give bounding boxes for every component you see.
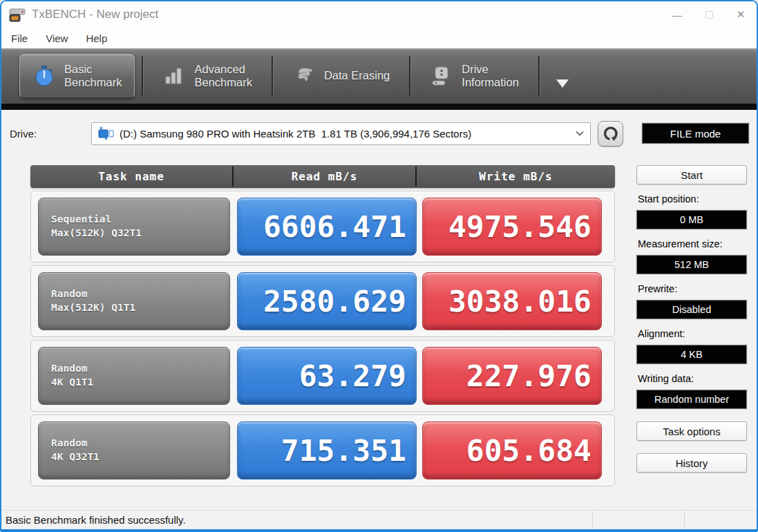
tab-data-erasing[interactable]: Data Erasing — [280, 54, 402, 98]
main-area: Task name Read mB/s Write mB/s Sequentia… — [1, 165, 757, 510]
alignment-label: Alignment: — [638, 328, 747, 339]
task-options-button[interactable]: Task options — [636, 421, 747, 441]
read-value: 63.279 — [237, 347, 417, 405]
maximize-icon — [705, 11, 713, 19]
maximize-button[interactable] — [693, 1, 725, 28]
more-tabs-icon[interactable] — [556, 79, 569, 88]
tab-separator — [538, 56, 540, 96]
header-read: Read mB/s — [234, 165, 415, 188]
task-button-random-4k-q32t1[interactable]: Random4K Q32T1 — [38, 421, 230, 479]
drive-label: Drive: — [10, 128, 91, 140]
tab-underline-strip — [1, 104, 757, 110]
tab-separator — [409, 56, 410, 96]
status-divider — [592, 513, 593, 527]
drive-select[interactable]: (D:) Samsung 980 PRO with Heatsink 2TB 1… — [91, 122, 591, 145]
status-divider — [684, 513, 685, 527]
menu-file[interactable]: File — [11, 32, 28, 44]
start-position-value: 0 MB — [636, 210, 747, 229]
tab-basic-benchmark-label: BasicBenchmark — [64, 63, 122, 90]
task-button-random-4k-q1t1[interactable]: Random4K Q1T1 — [38, 347, 230, 405]
file-mode-button[interactable]: FILE mode — [642, 123, 749, 144]
minimize-button[interactable]: — — [661, 1, 693, 28]
measurement-size-value: 512 MB — [636, 255, 747, 274]
prewrite-label: Prewrite: — [638, 283, 747, 294]
tab-drive-information-label: DriveInformation — [462, 63, 519, 90]
tab-advanced-benchmark-label: AdvancedBenchmark — [194, 63, 252, 90]
history-button[interactable]: History — [636, 453, 747, 473]
table-row: Random4K Q32T1 715.351 605.684 — [30, 415, 615, 486]
writing-data-label: Writing data: — [638, 373, 747, 384]
close-button[interactable]: ✕ — [725, 1, 757, 28]
stopwatch-icon — [32, 64, 56, 88]
header-write: Write mB/s — [417, 165, 615, 188]
app-disk-icon — [8, 6, 26, 23]
write-value: 4975.546 — [422, 198, 602, 256]
header-task-name: Task name — [30, 165, 232, 188]
tab-data-erasing-label: Data Erasing — [324, 69, 390, 82]
start-position-label: Start position: — [638, 193, 747, 205]
tab-bar: BasicBenchmark AdvancedBenchmark — [1, 48, 757, 104]
tab-separator — [272, 56, 273, 96]
tab-drive-information[interactable]: DriveInformation — [417, 54, 531, 98]
table-row: Random4K Q1T1 63.279 227.976 — [30, 340, 615, 412]
writing-data-value: Random number — [636, 390, 747, 409]
status-bar: Basic Benchmark finished successfully. — [1, 510, 757, 529]
drive-selected-text: (D:) Samsung 980 PRO with Heatsink 2TB 1… — [120, 128, 571, 140]
write-value: 605.684 — [422, 421, 602, 479]
menu-help[interactable]: Help — [86, 32, 107, 44]
write-value: 3038.016 — [422, 272, 602, 330]
settings-sidebar: Start Start position: 0 MB Measurement s… — [636, 165, 747, 510]
read-value: 715.351 — [237, 421, 417, 479]
measurement-size-label: Measurement size: — [638, 238, 747, 249]
app-window: TxBENCH - New project — ✕ File View Help… — [0, 0, 758, 532]
alignment-value: 4 KB — [636, 345, 747, 364]
start-button[interactable]: Start — [636, 165, 747, 184]
read-value: 6606.471 — [237, 198, 417, 256]
tab-basic-benchmark[interactable]: BasicBenchmark — [19, 54, 135, 98]
bar-chart-icon — [162, 64, 186, 88]
chevron-down-icon — [575, 130, 585, 137]
table-row: RandomMax(512K) Q1T1 2580.629 3038.016 — [30, 265, 615, 337]
task-button-random-q1t1[interactable]: RandomMax(512K) Q1T1 — [38, 272, 230, 330]
drive-icon — [430, 64, 453, 88]
table-row: SequentialMax(512K) Q32T1 6606.471 4975.… — [30, 191, 615, 263]
refresh-drives-button[interactable] — [598, 121, 623, 146]
window-title: TxBENCH - New project — [32, 8, 158, 21]
task-button-sequential-q32t1[interactable]: SequentialMax(512K) Q32T1 — [38, 198, 230, 256]
title-bar: TxBENCH - New project — ✕ — [1, 1, 757, 28]
tab-separator — [142, 56, 143, 96]
status-message: Basic Benchmark finished successfully. — [6, 514, 186, 526]
table-header: Task name Read mB/s Write mB/s — [30, 165, 615, 188]
write-value: 227.976 — [422, 347, 602, 405]
benchmark-table: Task name Read mB/s Write mB/s Sequentia… — [30, 165, 615, 510]
prewrite-value: Disabled — [636, 300, 747, 319]
menu-view[interactable]: View — [46, 32, 68, 44]
read-value: 2580.629 — [237, 272, 417, 330]
drive-row: Drive: (D:) Samsung 980 PRO with Heatsin… — [10, 121, 757, 146]
tab-advanced-benchmark[interactable]: AdvancedBenchmark — [150, 54, 264, 98]
refresh-icon — [602, 124, 620, 142]
eraser-squiggle-icon — [292, 64, 316, 88]
menu-bar: File View Help — [1, 28, 757, 48]
drive-glyph-icon — [97, 126, 115, 140]
